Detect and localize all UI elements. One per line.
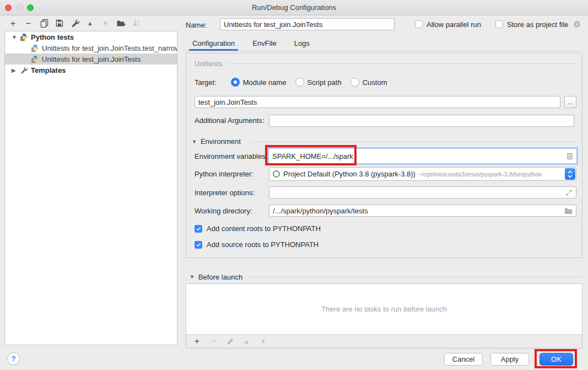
move-up-icon[interactable]: ▲ — [85, 18, 95, 29]
minimize-window-button — [16, 4, 23, 11]
python-test-icon — [31, 44, 39, 52]
radio-label: Script path — [308, 78, 342, 87]
additional-arguments-input[interactable] — [269, 115, 574, 127]
move-down-icon: ▼ — [100, 18, 111, 29]
edit-task-pencil-icon — [225, 336, 235, 347]
checkbox-checked-icon[interactable] — [195, 225, 202, 233]
checkbox-checked-icon[interactable] — [195, 241, 202, 249]
annotation-rect-env-vars — [265, 145, 357, 165]
tree-item-label: Templates — [31, 66, 66, 74]
svg-text:a: a — [137, 19, 139, 23]
name-input[interactable]: Unittests for test_join.JoinTests — [220, 18, 395, 30]
environment-section-header[interactable]: ▼ Environment — [192, 137, 241, 146]
radio-unselected-icon[interactable] — [350, 78, 359, 87]
config-tabs: Configuration EnvFile Logs — [186, 35, 582, 51]
add-content-roots-label: Add content roots to PYTHONPATH — [207, 224, 321, 233]
section-divider — [248, 277, 582, 277]
additional-arguments-label: Additional Arguments: — [195, 116, 264, 125]
radio-script-path[interactable]: Script path — [295, 78, 342, 87]
before-launch-label: Before launch — [198, 273, 242, 281]
working-directory-label: Working directory: — [195, 207, 252, 215]
configurations-toolbar: + − ▲ ▼ az — [4, 16, 142, 30]
working-directory-input[interactable]: /.../spark/python/pyspark/tests — [269, 205, 576, 217]
collapse-arrow-icon[interactable]: ▼ — [190, 274, 195, 280]
working-directory-value: /.../spark/python/pyspark/tests — [273, 207, 368, 215]
name-value: Unittests for test_join.JoinTests — [224, 20, 322, 29]
before-launch-empty-message: There are no tasks to run before launch — [186, 284, 582, 335]
folder-icon[interactable] — [564, 207, 573, 215]
interpreter-options-input[interactable] — [269, 186, 576, 199]
before-launch-header[interactable]: ▼ Before launch — [186, 272, 582, 281]
target-value: test_join.JoinTests — [198, 98, 257, 106]
target-row: Target: Module name Script path Custom — [195, 78, 387, 87]
save-configuration-icon[interactable] — [54, 18, 64, 29]
configuration-form: Unittests Target: Module name Script pat… — [186, 53, 582, 258]
combo-stepper-icon[interactable] — [565, 168, 575, 180]
python-tests-icon — [20, 33, 28, 41]
radio-label: Module name — [243, 78, 287, 87]
tab-envfile[interactable]: EnvFile — [249, 35, 279, 51]
store-options-gear-icon[interactable] — [573, 20, 581, 29]
apply-button[interactable]: Apply — [490, 353, 529, 366]
add-configuration-button[interactable]: + — [8, 18, 18, 29]
move-task-down-icon: ▼ — [258, 336, 268, 347]
tree-item-label: Unittests for test_join.JoinTests — [42, 55, 141, 63]
collapse-arrow-icon[interactable]: ▼ — [192, 139, 197, 144]
sort-alphabetically-icon: az — [131, 18, 142, 29]
move-task-up-icon: ▲ — [241, 336, 252, 347]
interpreter-options-label: Interpreter options: — [195, 189, 255, 197]
python-interpreter-path: ~/opt/miniconda3/envs/pyspark-3.8/bin/py… — [418, 171, 542, 178]
move-into-folder-icon[interactable] — [116, 18, 126, 29]
copy-configuration-icon[interactable] — [39, 18, 49, 29]
tree-item-templates[interactable]: ▶ Templates — [5, 65, 177, 76]
env-variables-label: Environment variables: — [195, 152, 267, 160]
help-button[interactable]: ? — [7, 352, 20, 365]
add-content-roots-checkbox[interactable]: Add content roots to PYTHONPATH — [195, 224, 321, 233]
checkbox-icon[interactable] — [415, 20, 423, 28]
before-launch-toolbar: + − ▲ ▼ — [186, 335, 582, 348]
tree-item-python-tests[interactable]: ▼ Python tests — [5, 31, 177, 42]
browse-target-button[interactable]: ... — [564, 96, 576, 108]
add-source-roots-checkbox[interactable]: Add source roots to PYTHONPATH — [195, 240, 319, 249]
radio-custom[interactable]: Custom — [350, 78, 387, 87]
tab-label: Configuration — [192, 39, 235, 47]
tab-logs[interactable]: Logs — [291, 35, 313, 51]
remove-configuration-button[interactable]: − — [23, 18, 34, 29]
conda-environment-icon — [273, 170, 280, 178]
tree-item-label: Unittests for test_join.JoinTests.test_n… — [42, 44, 177, 52]
target-input[interactable]: test_join.JoinTests — [195, 96, 560, 108]
allow-parallel-run-checkbox[interactable]: Allow parallel run — [415, 17, 481, 32]
radio-unselected-icon[interactable] — [295, 78, 304, 87]
tab-label: EnvFile — [252, 39, 276, 47]
store-as-project-file-checkbox[interactable]: Store as project file — [495, 17, 568, 32]
section-unittests-label: Unittests — [195, 60, 223, 68]
collapsed-arrow-icon[interactable]: ▶ — [12, 67, 17, 73]
tab-label: Logs — [294, 39, 310, 47]
python-interpreter-label: Python interpreter: — [195, 170, 253, 178]
add-task-button[interactable]: + — [192, 336, 202, 347]
tree-item-label: Python tests — [31, 33, 74, 41]
tree-item-test-narrow[interactable]: Unittests for test_join.JoinTests.test_n… — [5, 42, 177, 53]
cancel-button[interactable]: Cancel — [444, 353, 483, 366]
edit-templates-wrench-icon[interactable] — [69, 18, 80, 29]
configurations-tree: ▼ Python tests Unittests for test_join.J… — [4, 31, 177, 345]
allow-parallel-run-label: Allow parallel run — [427, 20, 481, 29]
before-launch-panel: There are no tasks to run before launch … — [186, 283, 582, 348]
section-divider — [228, 63, 575, 64]
target-label: Target: — [195, 78, 217, 87]
close-window-button[interactable] — [5, 4, 12, 11]
python-interpreter-select[interactable]: Project Default (Python 3.8 (pyspark-3.8… — [269, 167, 576, 181]
radio-selected-icon[interactable] — [231, 78, 240, 87]
expand-field-icon[interactable] — [565, 189, 573, 196]
checkbox-icon[interactable] — [495, 20, 503, 28]
tab-configuration[interactable]: Configuration — [189, 35, 238, 51]
radio-module-name[interactable]: Module name — [231, 78, 287, 87]
templates-wrench-icon — [20, 66, 28, 74]
radio-label: Custom — [363, 78, 387, 87]
tree-item-jointests-selected[interactable]: Unittests for test_join.JoinTests — [5, 53, 177, 65]
zoom-window-button[interactable] — [27, 4, 34, 11]
store-as-project-file-label: Store as project file — [507, 20, 568, 29]
expanded-arrow-icon[interactable]: ▼ — [12, 34, 17, 40]
browse-variables-icon[interactable] — [566, 152, 574, 160]
section-environment-label: Environment — [201, 137, 241, 146]
